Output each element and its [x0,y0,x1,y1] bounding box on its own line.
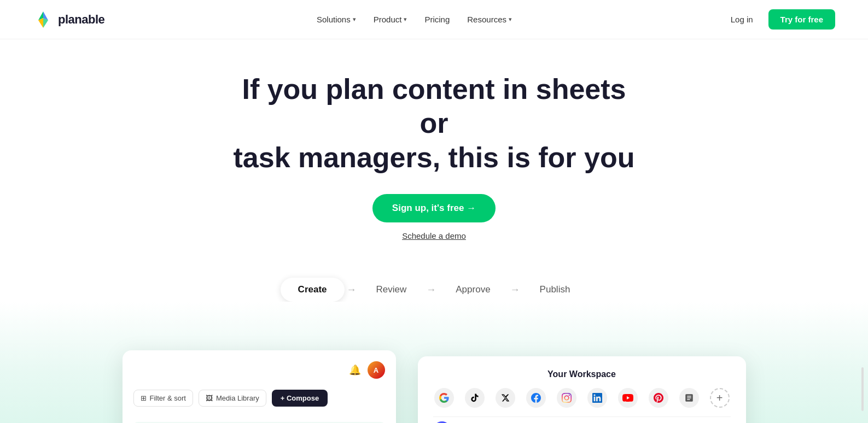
workspace-user-row: D Designer Feb 8 [433,416,731,423]
navbar: planable Solutions ▾ Product ▾ Pricing R… [0,0,868,39]
demo-right-card: Your Workspace [418,356,746,423]
demo-toolbar: ⊞ Filter & sort 🖼 Media Library + Compos… [133,390,385,415]
demo-area: 🔔 A ⊞ Filter & sort 🖼 Media Library + Co… [0,302,868,423]
instagram-icon[interactable] [557,388,576,408]
hero-section: If you plan content in sheets or task ma… [0,39,868,262]
workflow-tab-review[interactable]: Review [359,278,424,302]
scrollbar[interactable] [861,367,864,411]
image-icon: 🖼 [206,394,213,402]
workflow-tab-approve[interactable]: Approve [438,278,508,302]
facebook-icon[interactable] [526,388,546,408]
chevron-down-icon: ▾ [353,16,356,23]
workflow-tab-publish[interactable]: Publish [522,278,588,302]
nav-resources[interactable]: Resources ▾ [459,10,520,28]
avatar: A [368,361,385,379]
demo-top-bar: 🔔 A [133,361,385,383]
nav-links: Solutions ▾ Product ▾ Pricing Resources … [309,10,520,28]
youtube-icon[interactable] [618,388,638,408]
compose-button[interactable]: + Compose [272,390,328,407]
add-social-icon[interactable]: + [710,388,730,408]
filter-icon: ⊞ [141,394,147,402]
workflow-tabs: Create → Review → Approve → Publish [0,262,868,302]
arrow-icon: → [510,284,520,296]
chevron-down-icon: ▾ [404,16,407,23]
tiktok-icon[interactable] [465,388,485,408]
workflow-tab-create[interactable]: Create [281,278,345,302]
nav-right: Log in Try for free [724,9,835,30]
media-library-button[interactable]: 🖼 Media Library [199,390,266,407]
arrow-icon: → [426,284,436,296]
bell-icon: 🔔 [349,364,361,376]
workspace-title: Your Workspace [433,369,731,379]
chevron-down-icon: ▾ [509,16,512,23]
schedule-demo-link[interactable]: Schedule a demo [402,231,466,240]
demo-left-card: 🔔 A ⊞ Filter & sort 🖼 Media Library + Co… [123,350,396,423]
hero-headline: If you plan content in sheets or task ma… [226,72,642,174]
hero-cta-group: Sign up, it's free → Schedule a demo [11,194,857,240]
social-icons-row: + [433,388,731,408]
nav-solutions[interactable]: Solutions ▾ [309,10,364,28]
nav-product[interactable]: Product ▾ [366,10,415,28]
blog-icon[interactable] [679,388,699,408]
login-link[interactable]: Log in [724,10,760,28]
pinterest-icon[interactable] [649,388,668,408]
twitter-icon[interactable] [496,388,515,408]
google-icon[interactable] [434,388,454,408]
logo[interactable]: planable [33,9,104,30]
arrow-icon: → [347,284,357,296]
linkedin-icon[interactable] [587,388,607,408]
filter-sort-button[interactable]: ⊞ Filter & sort [133,390,193,407]
try-for-free-button[interactable]: Try for free [768,9,835,30]
signup-button[interactable]: Sign up, it's free → [372,194,496,222]
nav-pricing[interactable]: Pricing [417,10,457,28]
logo-text: planable [58,13,104,27]
